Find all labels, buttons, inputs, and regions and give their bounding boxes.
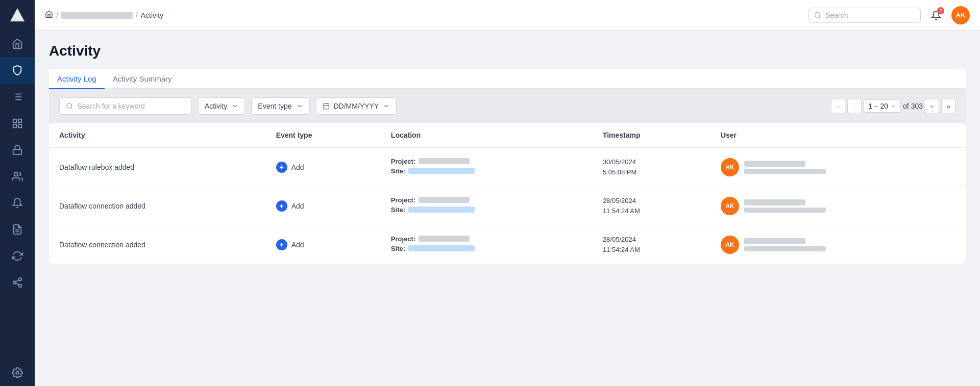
svg-rect-10 — [13, 124, 16, 127]
user-info-2 — [744, 199, 826, 213]
svg-point-20 — [16, 371, 19, 374]
svg-line-18 — [16, 283, 19, 285]
sidebar-item-lock[interactable] — [0, 137, 35, 163]
user-avatar-row-1: AK — [721, 158, 739, 176]
calendar-icon — [323, 102, 330, 110]
pagination-next-button[interactable]: › — [925, 99, 939, 113]
tab-activity-log[interactable]: Activity Log — [49, 69, 105, 89]
user-cell-1: AK — [710, 148, 966, 187]
svg-rect-11 — [13, 149, 22, 155]
event-type-filter-label: Event type — [258, 102, 291, 110]
activity-filter-label: Activity — [205, 102, 227, 110]
project-blurred-3 — [419, 236, 470, 242]
timestamp-cell-2: 28/05/2024 11:54:24 AM — [593, 187, 710, 225]
project-blurred-2 — [419, 197, 470, 203]
svg-rect-8 — [18, 119, 21, 122]
breadcrumb-separator-1: / — [56, 11, 58, 19]
event-type-filter-dropdown[interactable]: Event type — [251, 97, 309, 115]
svg-rect-25 — [323, 104, 329, 109]
main-area: / / Activity 2 AK Activity Activity Log … — [35, 0, 980, 386]
site-blurred-3 — [408, 245, 475, 251]
tab-activity-summary[interactable]: Activity Summary — [105, 69, 180, 89]
filter-search-box[interactable] — [59, 97, 192, 115]
activity-filter-dropdown[interactable]: Activity — [198, 97, 245, 115]
sidebar-item-sync[interactable] — [0, 243, 35, 269]
search-icon — [814, 11, 821, 19]
date-filter-dropdown[interactable]: DD/MM/YYYY — [316, 97, 397, 115]
user-info-1 — [744, 161, 826, 174]
home-breadcrumb-icon[interactable] — [45, 10, 53, 20]
pagination: « ‹ 1 – 20 of 303 › » — [831, 99, 955, 113]
site-blurred-1 — [408, 168, 475, 174]
topbar: / / Activity 2 AK — [35, 0, 980, 31]
svg-point-12 — [14, 172, 18, 176]
topbar-search-box[interactable] — [808, 8, 921, 23]
notification-badge: 2 — [937, 7, 944, 14]
sidebar-item-users[interactable] — [0, 163, 35, 190]
pagination-first-button[interactable]: « — [831, 99, 845, 113]
activity-cell-3: Dataflow connection added — [49, 225, 266, 264]
svg-point-23 — [67, 104, 72, 109]
topbar-search-input[interactable] — [825, 11, 915, 19]
user-avatar-button[interactable]: AK — [951, 6, 970, 24]
svg-point-15 — [19, 278, 22, 281]
tabs: Activity Log Activity Summary — [49, 69, 966, 89]
pagination-range-select[interactable]: 1 – 20 — [864, 99, 901, 113]
sidebar-item-report[interactable] — [0, 216, 35, 243]
svg-point-21 — [815, 12, 820, 17]
sidebar-item-dashboard[interactable] — [0, 110, 35, 137]
tab-area: Activity Log Activity Summary — [49, 69, 966, 89]
svg-line-22 — [819, 16, 821, 18]
event-type-cell-2: + Add — [266, 187, 381, 225]
col-timestamp: Timestamp — [593, 123, 710, 148]
breadcrumb-current: Activity — [141, 11, 163, 19]
user-info-3 — [744, 238, 826, 251]
col-user: User — [710, 123, 966, 148]
svg-rect-9 — [18, 124, 21, 127]
event-type-cell-3: + Add — [266, 225, 381, 264]
sidebar-item-list[interactable] — [0, 84, 35, 110]
filter-search-input[interactable] — [77, 102, 185, 110]
site-blurred-2 — [408, 207, 475, 213]
breadcrumb-project[interactable] — [61, 12, 133, 19]
table-row: Dataflow connection added + Add Project: — [49, 187, 966, 225]
timestamp-cell-1: 30/05/2024 5:05:08 PM — [593, 148, 710, 187]
range-chevron-icon — [890, 103, 896, 109]
sidebar-item-settings[interactable] — [0, 359, 35, 386]
add-icon-2: + — [276, 200, 287, 212]
activity-cell-2: Dataflow connection added — [49, 187, 266, 225]
svg-marker-0 — [10, 8, 24, 21]
svg-line-19 — [16, 280, 19, 282]
sidebar-logo[interactable] — [0, 0, 35, 31]
col-location: Location — [381, 123, 593, 148]
pagination-last-button[interactable]: » — [941, 99, 955, 113]
add-icon-1: + — [276, 162, 287, 173]
activity-cell-1: Dataflow rulebox added — [49, 148, 266, 187]
date-filter-label: DD/MM/YYYY — [334, 102, 379, 110]
activity-table: Activity Event type Location Timestamp U… — [49, 123, 966, 264]
svg-point-17 — [19, 285, 22, 288]
location-cell-2: Project: Site: — [381, 187, 593, 225]
notification-button[interactable]: 2 — [927, 6, 945, 24]
project-blurred-1 — [419, 158, 470, 164]
pagination-total-label: of 303 — [903, 102, 923, 110]
page-title: Activity — [49, 43, 966, 59]
add-icon-3: + — [276, 239, 287, 250]
sidebar-item-bell[interactable] — [0, 190, 35, 216]
user-cell-3: AK — [710, 225, 966, 264]
location-cell-1: Project: Site: — [381, 148, 593, 187]
sidebar-item-share[interactable] — [0, 269, 35, 296]
table-row: Dataflow connection added + Add Project: — [49, 225, 966, 264]
timestamp-cell-3: 28/05/2024 11:54:24 AM — [593, 225, 710, 264]
date-chevron-icon — [383, 102, 390, 110]
breadcrumb: / / Activity — [45, 10, 808, 20]
location-cell-3: Project: Site: — [381, 225, 593, 264]
pagination-prev-button[interactable]: ‹ — [847, 99, 862, 113]
sidebar-item-home[interactable] — [0, 31, 35, 57]
svg-point-16 — [13, 281, 16, 284]
page-content: Activity Activity Log Activity Summary A… — [35, 31, 980, 386]
user-avatar-row-3: AK — [721, 236, 739, 254]
sidebar — [0, 0, 35, 386]
filters-bar: Activity Event type DD/MM/YYYY « ‹ 1 – 2… — [49, 89, 966, 123]
sidebar-item-shield[interactable] — [0, 57, 35, 84]
